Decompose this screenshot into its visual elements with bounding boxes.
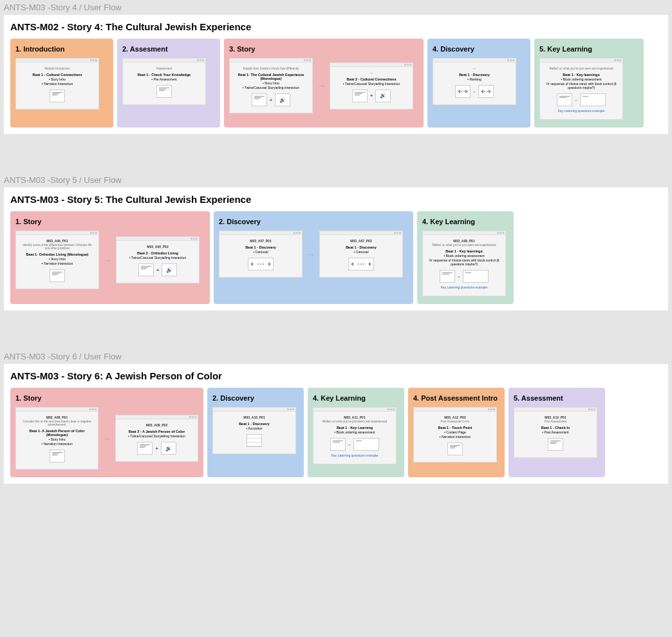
stage: 3. StoryExplain how Judaism shows how di… <box>224 39 424 128</box>
bullet: • Narration Interaction <box>20 442 94 446</box>
bullet: • Narration Interaction <box>20 82 95 86</box>
bullet: • Narration Interaction <box>418 435 492 439</box>
screen-card[interactable]: AssessmentBeat 1 - Check Your Knowledge•… <box>122 58 206 105</box>
stage: 1. IntroductionModule IntroductionBeat 1… <box>10 39 113 128</box>
story-title: ANTS-M03 - Story 6: A Jewish Person of C… <box>10 370 662 381</box>
bullet: Or sequence of choice cards with block c… <box>544 82 619 90</box>
bullet: • Carousel <box>223 250 298 254</box>
stage-title: 4. Key Learning <box>313 394 399 402</box>
screen-card[interactable]: M03_A10_P01Beat 1 - Discovery• Accordion <box>212 407 296 454</box>
card-row: Reflect on what you've just seen and exp… <box>539 58 639 120</box>
story-frame: ANTS-M03 - Story 6: A Jewish Person of C… <box>4 364 668 484</box>
bullet: • Twine/Carousel Storytelling Interactio… <box>234 86 308 90</box>
story-title: ANTS-M02 - Story 4: The Cultural Jewish … <box>10 21 662 32</box>
beat-title: Beat 1 - Key learnings <box>544 73 619 77</box>
story-frame: ANTS-M03 - Story 5: The Cultural Jewish … <box>4 187 668 310</box>
beat-title: Beat 2 - A Jewish Person of Color <box>120 430 194 433</box>
beat-title: Beat 1 - Key Learning <box>317 426 392 430</box>
page-id: M03_A06_P01 <box>20 239 95 243</box>
screen-card[interactable]: M03_A06_P02Beat 2 - Orthodox Living• Twi… <box>116 236 200 283</box>
screen-card[interactable]: M03_A11_P01Reflect on what you've just l… <box>313 407 397 464</box>
card-header: Reflect on what you've just seen and exp… <box>544 67 619 70</box>
stage-title: 1. Story <box>15 394 198 402</box>
stage-title: 1. Introduction <box>15 45 108 53</box>
screen-card[interactable]: M03_A07_P02Beat 1 - Discovery• Carousel <box>319 231 403 278</box>
screen-card[interactable]: Reflect on what you've just seen and exp… <box>539 58 623 120</box>
stage-title: 4. Post Assessment Intro <box>413 394 499 402</box>
card-row: M03_A11_P01Reflect on what you've just l… <box>313 407 399 464</box>
bullet: • Story Intro <box>20 437 94 441</box>
screen-card[interactable]: M03_A09_P01Consider this or the next tim… <box>15 407 98 470</box>
bullet: • Block ordering assessment <box>427 254 501 258</box>
page-id: M03_A07_P02 <box>324 239 398 243</box>
stage: 5. AssessmentM03_A12_P01Post AssessmentB… <box>509 388 605 477</box>
card-row: M03_A09_P01Consider this or the next tim… <box>15 407 198 470</box>
beat-title: Beat 1 - Discovery <box>217 422 292 426</box>
card-header: Consider this or the next time there's b… <box>20 420 94 426</box>
card-row: —Beat 1 - Discovery• Rankingor <box>433 58 525 105</box>
screen-card[interactable]: M03_A12_P01Post AssessmentBeat 1 - Check… <box>514 407 597 458</box>
card-header: Assessment <box>127 67 201 70</box>
card-header: Post Assessment Intro <box>418 420 492 423</box>
stage: 4. Key LearningM03_A11_P01Reflect on wha… <box>308 388 404 477</box>
screen-card[interactable]: —Beat 2 - Cultural Connections• Twine/Ca… <box>330 62 413 109</box>
stage-title: 1. Story <box>15 218 205 225</box>
card-row: M03_A08_P01Reflect on what you've just s… <box>422 231 509 296</box>
example-link[interactable]: Key Learning questions example <box>317 453 392 457</box>
section-label: ANTS-M03 -Story 4 / User Flow <box>0 0 672 15</box>
page-id: M03_A10_P01 <box>217 415 292 419</box>
bullet: • Twine/Carousel Storytelling Interactio… <box>120 256 195 260</box>
beat-title: Beat 1- The Cultural Jewish Experience (… <box>234 73 308 81</box>
beat-title: Beat 1 - Discovery <box>223 245 298 249</box>
card-header: Explain how Judaism shows how differentl… <box>234 67 308 70</box>
stage: 1. StoryM03_A06_P01Identify some of the … <box>10 211 210 304</box>
example-link[interactable]: Key Learning questions example <box>544 109 619 113</box>
card-row: Explain how Judaism shows how differentl… <box>229 58 418 113</box>
card-header: — <box>437 67 512 70</box>
stage-title: 2. Assesment <box>122 45 215 53</box>
screen-card[interactable]: M03_A09_P02Beat 2 - A Jewish Person of C… <box>115 415 198 462</box>
page-id: M03_A12_P01 <box>518 415 593 419</box>
page-id: M03_A07_P01 <box>223 239 298 243</box>
bullet: • Pre Assessment <box>127 77 201 81</box>
stage: 5. Key LearningReflect on what you've ju… <box>534 39 644 128</box>
screen-card[interactable]: Explain how Judaism shows how differentl… <box>229 58 313 113</box>
screen-card[interactable]: —Beat 1 - Discovery• Rankingor <box>433 58 516 105</box>
card-header: Post Assessment <box>518 420 593 423</box>
beat-title: Beat 1- A Jewish Person of Color (Monolo… <box>20 429 94 437</box>
bullet: • Story Intro <box>20 257 95 261</box>
screen-card[interactable]: M03_A07_P01Beat 1 - Discovery• Carousel <box>219 231 303 278</box>
stage: 4. Key LearningM03_A08_P01Reflect on wha… <box>417 211 514 304</box>
arrow-right-icon: → <box>102 433 111 444</box>
story-frame: ANTS-M02 - Story 4: The Cultural Jewish … <box>4 15 668 134</box>
screen-card[interactable]: M03_A08_P01Reflect on what you've just s… <box>422 231 506 296</box>
stage-title: 2. Discovery <box>219 218 408 225</box>
screen-card[interactable]: M03_A06_P01Identify some of the differen… <box>15 231 99 289</box>
stage-title: 5. Assessment <box>514 394 600 402</box>
beat-title: Beat 1 - Touch Point <box>418 426 492 430</box>
stage-title: 2. Discovery <box>212 394 299 402</box>
screen-card[interactable]: Module IntroductionBeat 1 - Cultural Con… <box>15 58 99 109</box>
stage: 4. Discovery—Beat 1 - Discovery• Ranking… <box>427 39 530 128</box>
beat-title: Beat 2 - Orthodox Living <box>120 251 195 255</box>
page-id: M03_A12_P02 <box>418 415 492 419</box>
bullet: • Twine/Carousel Storytelling Interactio… <box>120 434 194 438</box>
stage: 4. Post Assessment IntroM03_A12_P02Post … <box>408 388 505 477</box>
stage: 2. DiscoveryM03_A10_P01Beat 1 - Discover… <box>207 388 304 477</box>
card-row: M03_A12_P01Post AssessmentBeat 1 - Check… <box>514 407 600 458</box>
beat-title: Beat 1 - Check Your Knowledge <box>127 73 201 77</box>
screen-card[interactable]: M03_A12_P02Post Assessment IntroBeat 1 -… <box>413 407 497 462</box>
bullet: • Accordion <box>217 426 292 430</box>
bullet: • Post Assessment <box>518 430 593 434</box>
example-link[interactable]: Key Learning questions example <box>427 285 501 289</box>
stage: 2. AssesmentAssessmentBeat 1 - Check You… <box>117 39 220 128</box>
stage-title: 3. Story <box>229 45 418 53</box>
page-id: M03_A09_P01 <box>20 415 94 419</box>
beat-title: Beat 2 - Cultural Connections <box>334 77 409 81</box>
card-row: AssessmentBeat 1 - Check Your Knowledge•… <box>122 58 215 105</box>
page-id: M03_A06_P02 <box>120 245 195 249</box>
card-header: Reflect on what you've just learnt and e… <box>317 420 392 423</box>
bullet: • Twine/Carousel Storytelling Interactio… <box>334 82 409 86</box>
beat-title: Beat 1 - Key learnings <box>427 249 501 253</box>
card-header: Reflect on what you've just seen and exp… <box>427 243 501 247</box>
